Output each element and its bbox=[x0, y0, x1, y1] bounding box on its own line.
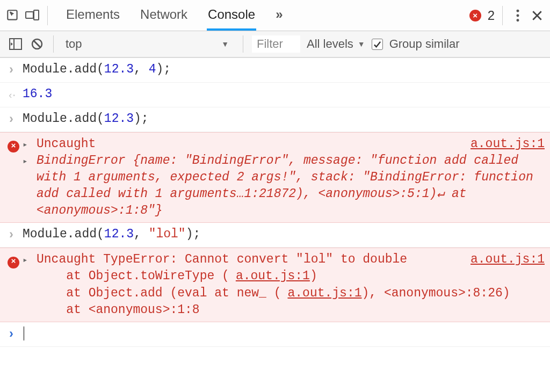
group-similar-label: Group similar bbox=[389, 37, 460, 51]
tab-label: Elements bbox=[66, 7, 120, 22]
console-prompt-row[interactable] bbox=[0, 322, 550, 347]
prompt-chevron-icon bbox=[8, 325, 23, 343]
console-code: Module.add(12.3, 4); bbox=[23, 61, 545, 79]
expand-icon[interactable] bbox=[23, 154, 28, 168]
svg-rect-2 bbox=[34, 10, 39, 20]
svg-point-5 bbox=[517, 19, 519, 21]
toolbar-divider bbox=[502, 6, 503, 25]
toggle-device-icon[interactable] bbox=[25, 8, 40, 23]
expand-icon[interactable] bbox=[23, 137, 28, 151]
input-chevron-icon bbox=[8, 111, 23, 128]
stack-trace: at Object.toWireType (a.out.js:1) at Obj… bbox=[37, 268, 545, 318]
console-error-row: × a.out.js:1 Uncaught BindingError {name… bbox=[0, 132, 550, 223]
tab-console[interactable]: Console bbox=[207, 0, 256, 31]
console-input-row: Module.add(12.3, 4); bbox=[0, 58, 550, 83]
svg-rect-1 bbox=[26, 12, 33, 18]
chevron-down-icon: ▼ bbox=[358, 40, 365, 48]
chevron-down-icon: ▼ bbox=[221, 40, 229, 48]
tab-label: Console bbox=[208, 7, 255, 22]
text-caret bbox=[24, 326, 24, 340]
console-output-row: 16.3 bbox=[0, 83, 550, 107]
input-chevron-icon bbox=[8, 226, 23, 244]
tab-elements[interactable]: Elements bbox=[65, 0, 121, 31]
error-icon: × bbox=[8, 257, 19, 268]
error-badge-icon[interactable]: × bbox=[469, 10, 481, 21]
tab-label: Network bbox=[140, 7, 187, 22]
error-title: Uncaught TypeError: Cannot convert "lol"… bbox=[37, 252, 407, 266]
context-label: top bbox=[66, 37, 82, 51]
log-levels-selector[interactable]: All levels ▼ bbox=[307, 37, 365, 51]
error-title: Uncaught bbox=[37, 137, 96, 151]
tabs-more-icon[interactable]: » bbox=[274, 0, 284, 31]
svg-point-3 bbox=[517, 9, 519, 12]
svg-rect-0 bbox=[8, 10, 17, 19]
levels-label: All levels bbox=[307, 37, 353, 51]
error-message: BindingError {name: "BindingError", mess… bbox=[37, 153, 545, 219]
kebab-menu-icon[interactable] bbox=[510, 8, 525, 23]
input-chevron-icon bbox=[8, 61, 23, 79]
console-error-row: × a.out.js:1 Uncaught TypeError: Cannot … bbox=[0, 248, 550, 322]
expand-icon[interactable] bbox=[23, 252, 28, 266]
output-value: 16.3 bbox=[23, 87, 52, 101]
inspect-icon[interactable] bbox=[5, 8, 20, 23]
subbar-divider bbox=[243, 35, 243, 53]
toolbar-divider bbox=[47, 6, 48, 25]
close-icon[interactable] bbox=[530, 8, 545, 23]
console-code: Module.add(12.3); bbox=[23, 111, 545, 128]
console-sidebar-icon[interactable] bbox=[8, 37, 23, 52]
group-similar-checkbox[interactable] bbox=[372, 39, 383, 50]
stack-link[interactable]: a.out.js:1 bbox=[236, 269, 310, 283]
tab-network[interactable]: Network bbox=[139, 0, 189, 31]
console-code: Module.add(12.3, "lol"); bbox=[23, 226, 545, 244]
filter-input[interactable]: Filter bbox=[252, 35, 300, 53]
console-input-row: Module.add(12.3); bbox=[0, 107, 550, 132]
subbar-divider bbox=[53, 35, 54, 53]
clear-console-icon[interactable] bbox=[30, 37, 45, 52]
error-icon: × bbox=[8, 141, 19, 153]
error-source-link[interactable]: a.out.js:1 bbox=[471, 136, 545, 153]
output-chevron-icon bbox=[8, 86, 23, 104]
error-count: 2 bbox=[488, 8, 495, 23]
stack-link[interactable]: a.out.js:1 bbox=[287, 286, 361, 300]
context-selector[interactable]: top ▼ bbox=[62, 36, 234, 52]
error-source-link[interactable]: a.out.js:1 bbox=[471, 251, 545, 268]
console-input-row: Module.add(12.3, "lol"); bbox=[0, 223, 550, 248]
svg-point-4 bbox=[517, 14, 519, 17]
